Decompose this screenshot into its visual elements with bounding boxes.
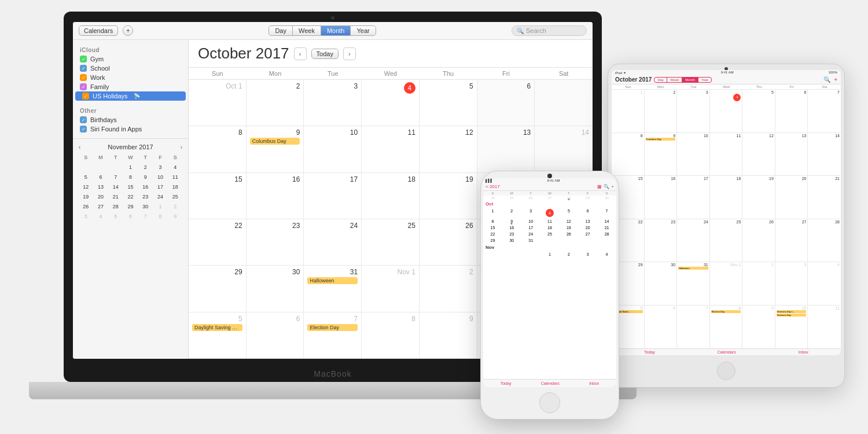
sidebar-item-siri[interactable]: ✓ Siri Found in Apps <box>73 124 188 134</box>
mini-cell[interactable]: 13 <box>94 182 108 192</box>
sidebar-item-work[interactable]: ✓ Work <box>73 73 188 82</box>
view-week-button[interactable]: Week <box>293 26 321 35</box>
ipad-cell-nov11[interactable]: 11 <box>808 306 841 349</box>
ipad-cell-19[interactable]: 19 <box>742 176 775 219</box>
cal-cell-nov7[interactable]: 7 Election Day <box>304 312 362 359</box>
iphone-cell[interactable]: 17 <box>521 225 540 231</box>
ipad-tab-today[interactable]: Today <box>644 350 655 354</box>
iphone-cell[interactable]: 28 <box>559 196 578 200</box>
cal-cell-10[interactable]: 10 <box>304 126 362 172</box>
view-year-button[interactable]: Year <box>351 26 375 35</box>
ipad-view-year[interactable]: Year <box>698 78 711 82</box>
iphone-cell[interactable]: 11 <box>540 218 560 225</box>
cal-cell-12[interactable]: 12 <box>420 126 477 172</box>
ipad-cell-nov10[interactable]: 10 Veterans Day L... Veterans Day <box>775 306 808 349</box>
ipad-cell-11[interactable]: 11 <box>710 133 743 176</box>
cal-next-button[interactable]: › <box>343 47 356 60</box>
cal-prev-button[interactable]: ‹ <box>294 47 307 60</box>
sidebar-item-gym[interactable]: ✓ Gym <box>73 54 188 64</box>
mini-cell[interactable]: 20 <box>94 192 108 201</box>
iphone-cell[interactable]: 28 <box>597 231 616 237</box>
ipad-cell-3[interactable]: 3 <box>677 90 710 133</box>
mini-cell[interactable]: 8 <box>123 172 138 182</box>
ipad-cell-28[interactable]: 28 <box>808 219 841 263</box>
ipad-cell-7[interactable]: 7 <box>808 90 841 133</box>
ipad-cell-13[interactable]: 13 <box>775 133 808 176</box>
us-holidays-checkbox[interactable]: ✓ <box>82 93 89 100</box>
mini-cell[interactable]: 25 <box>168 192 182 201</box>
cal-cell-26[interactable]: 26 <box>420 219 477 266</box>
cal-cell-16[interactable]: 16 <box>247 173 304 219</box>
iphone-cell[interactable]: 20 <box>578 225 597 231</box>
mini-cell[interactable]: 7 <box>138 212 153 221</box>
iphone-home-button[interactable] <box>539 392 560 413</box>
ipad-cell-8[interactable]: 8 <box>612 133 645 176</box>
iphone-cell[interactable]: 30 <box>502 237 521 244</box>
mini-cell[interactable]: 23 <box>138 192 153 201</box>
sidebar-item-birthdays[interactable]: ✓ Birthdays <box>73 115 188 124</box>
cal-today-button[interactable]: Today <box>311 49 339 59</box>
cal-cell-oct1[interactable]: Oct 1 <box>189 80 247 126</box>
cal-cell-8[interactable]: 8 <box>189 126 247 172</box>
mini-cell[interactable] <box>108 163 123 172</box>
iphone-cell[interactable] <box>483 251 502 258</box>
iphone-cell[interactable]: 26 <box>521 196 540 200</box>
mini-cell[interactable]: 28 <box>108 202 123 211</box>
ipad-cell-nov7[interactable]: 7 <box>677 306 710 349</box>
ipad-cell-25[interactable]: 25 <box>710 219 743 263</box>
iphone-cell[interactable]: 15 <box>483 225 502 231</box>
iphone-cell[interactable] <box>559 237 578 244</box>
cal-cell-14[interactable]: 14 <box>535 126 593 172</box>
iphone-year-back[interactable]: < 2017 <box>486 184 500 189</box>
iphone-cal-icon[interactable]: ▦ <box>597 184 602 189</box>
mini-cell[interactable]: 19 <box>79 192 93 201</box>
iphone-cell[interactable]: 9 <box>502 218 521 225</box>
ipad-cell-31[interactable]: 31 Halloween <box>677 262 710 306</box>
ipad-cell-nov6[interactable]: 6 <box>645 306 678 349</box>
cal-cell-17[interactable]: 17 <box>304 173 362 219</box>
mini-cell[interactable]: 18 <box>168 182 182 192</box>
cal-cell-7[interactable] <box>535 80 593 126</box>
iphone-cell[interactable]: 4 <box>597 251 616 258</box>
mini-cell[interactable]: 5 <box>79 172 93 182</box>
ipad-view-day[interactable]: Day <box>654 78 667 82</box>
cal-cell-nov9[interactable]: 9 <box>420 312 477 359</box>
iphone-search-icon[interactable]: 🔍 <box>604 184 609 189</box>
iphone-cell[interactable]: 31 <box>521 237 540 244</box>
iphone-cell[interactable]: 2 <box>502 208 521 218</box>
ipad-cell-10[interactable]: 10 <box>677 133 710 176</box>
cal-cell-3[interactable]: 3 <box>304 80 362 126</box>
ipad-cell-21[interactable]: 21 <box>808 176 841 219</box>
mini-cell[interactable]: 14 <box>108 182 123 192</box>
dst-event[interactable]: Daylight Saving Time... <box>192 324 242 331</box>
iphone-cell-today[interactable]: 4 <box>540 208 560 218</box>
cal-cell-23[interactable]: 23 <box>247 219 304 266</box>
cal-cell-15[interactable]: 15 <box>189 173 247 219</box>
iphone-cell[interactable]: 2 <box>559 251 578 258</box>
iphone-cell[interactable]: 3 <box>578 251 597 258</box>
ipad-cell-9[interactable]: 9 Columbus Day <box>645 133 678 176</box>
iphone-cell[interactable]: 25 <box>540 231 560 237</box>
ipad-cell-26[interactable]: 26 <box>742 219 775 263</box>
mini-cell[interactable]: 27 <box>94 202 108 211</box>
mini-cell[interactable]: 2 <box>168 202 182 211</box>
mini-cell[interactable]: 29 <box>123 202 138 211</box>
iphone-cell[interactable] <box>540 237 560 244</box>
iphone-cell[interactable]: 21 <box>597 225 616 231</box>
ipad-cell-nov9[interactable]: 9 <box>742 306 775 349</box>
mini-cell[interactable]: 6 <box>123 212 138 221</box>
iphone-cell[interactable]: 12 <box>559 218 578 225</box>
mini-cell[interactable]: 1 <box>123 163 138 172</box>
ipad-halloween-event[interactable]: Halloween <box>678 267 708 270</box>
iphone-cell[interactable]: 25 <box>502 196 521 200</box>
iphone-cell[interactable] <box>578 237 597 244</box>
iphone-cell[interactable]: 29 <box>578 196 597 200</box>
ipad-cell-nov2[interactable]: 2 <box>742 262 775 306</box>
ipad-cell-4[interactable]: 4 <box>710 90 743 133</box>
iphone-cell[interactable]: 27 <box>540 196 560 200</box>
cal-cell-nov2[interactable]: 2 <box>420 266 477 312</box>
mini-cell[interactable]: 3 <box>79 212 93 221</box>
ipad-veterans-event1[interactable]: Veterans Day L... <box>777 310 807 313</box>
mini-cell[interactable]: 9 <box>168 212 182 221</box>
ipad-cell-6[interactable]: 6 <box>775 90 808 133</box>
